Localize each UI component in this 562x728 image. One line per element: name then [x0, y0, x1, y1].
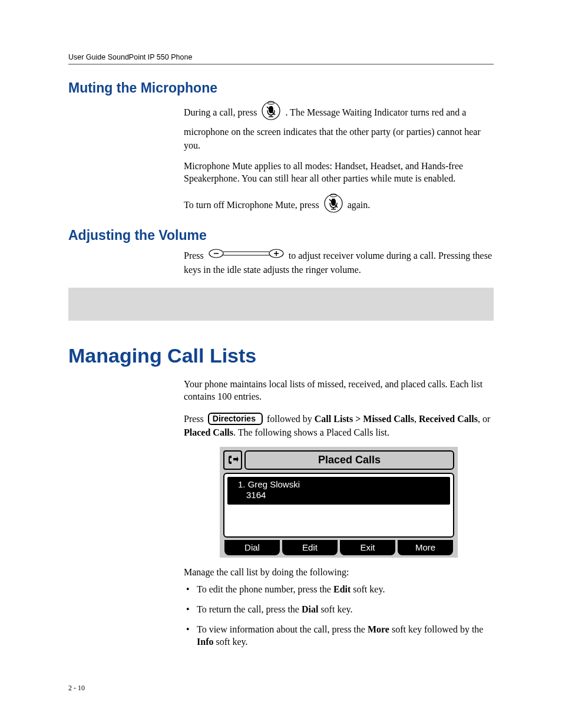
text-chunk: . The following shows a Placed Calls lis… — [233, 427, 389, 437]
phone-screen-title: Placed Calls — [244, 450, 454, 469]
phone-softkey-row: Dial Edit Exit More — [223, 540, 454, 555]
section-heading-volume: Adjusting the Volume — [68, 228, 494, 243]
section-body-muting: During a call, press . The Message Waiti… — [184, 101, 494, 217]
softkey-name-info: Info — [197, 637, 213, 647]
text-chunk: To edit the phone number, press the — [197, 584, 333, 594]
softkey-name-dial: Dial — [302, 604, 318, 614]
call-lists-paragraph-2: Press Directories followed by Call Lists… — [184, 411, 494, 439]
text-chunk: soft key. — [351, 584, 385, 594]
section-body-call-lists: Your phone maintains local lists of miss… — [184, 378, 494, 648]
section-heading-call-lists: Managing Call Lists — [68, 344, 494, 367]
nav-path-missed-calls: Call Lists > Missed Calls — [315, 414, 414, 424]
muting-paragraph-2: Microphone Mute applies to all modes: Ha… — [184, 160, 494, 185]
gray-placeholder-box — [68, 288, 494, 321]
directories-button-icon: Directories — [208, 413, 263, 425]
softkey-more: More — [398, 540, 453, 555]
text-chunk: During a call, press — [184, 107, 259, 117]
text-chunk: Press — [184, 250, 206, 260]
nav-path-received-calls: Received Calls — [419, 414, 478, 424]
running-header: User Guide SoundPoint IP 550 Phone — [68, 53, 494, 64]
phone-list-entry: 1. Greg Slowski 3164 — [227, 477, 450, 505]
section-heading-muting: Muting the Microphone — [68, 80, 494, 96]
text-chunk: To turn off Microphone Mute, press — [184, 200, 322, 210]
phone-screenshot-placed-calls: Placed Calls 1. Greg Slowski 3164 Dial E… — [220, 447, 458, 558]
entry-name: 1. Greg Slowski — [238, 479, 445, 490]
bullet-item-more-info: To view information about the call, pres… — [184, 623, 494, 648]
section-body-volume: Press to adjust receiver volume during a… — [184, 248, 494, 276]
text-chunk: Press — [184, 414, 206, 424]
entry-extension: 3164 — [238, 490, 445, 501]
header-divider — [68, 64, 494, 65]
text-chunk: To return the call, press the — [197, 604, 302, 614]
volume-rocker-icon — [208, 248, 285, 262]
text-chunk: To view information about the call, pres… — [197, 624, 368, 634]
text-chunk: , — [414, 414, 419, 424]
text-chunk: , or — [478, 414, 490, 424]
phone-screen-body: 1. Greg Slowski 3164 — [223, 473, 454, 538]
text-chunk: soft key. — [318, 604, 352, 614]
text-chunk: followed by — [267, 414, 315, 424]
call-lists-paragraph-1: Your phone maintains local lists of miss… — [184, 378, 494, 403]
phone-screen-header: Placed Calls — [223, 450, 454, 469]
page-number: 2 - 10 — [68, 684, 494, 693]
softkey-name-edit: Edit — [333, 584, 351, 594]
mute-button-icon — [323, 193, 343, 217]
muting-paragraph-3: To turn off Microphone Mute, press again… — [184, 193, 494, 217]
softkey-exit: Exit — [340, 540, 395, 555]
call-lists-paragraph-3: Manage the call list by doing the follow… — [184, 566, 494, 579]
bullet-item-edit: To edit the phone number, press the Edit… — [184, 583, 494, 596]
text-chunk: soft key followed by the — [389, 624, 484, 634]
bullet-item-dial: To return the call, press the Dial soft … — [184, 603, 494, 616]
phone-outgoing-icon — [223, 450, 242, 469]
softkey-name-more: More — [368, 624, 389, 634]
softkey-edit: Edit — [282, 540, 338, 555]
text-chunk: soft key. — [213, 637, 247, 647]
document-page: User Guide SoundPoint IP 550 Phone Mutin… — [0, 0, 562, 728]
volume-paragraph-1: Press to adjust receiver volume during a… — [184, 248, 494, 276]
nav-path-placed-calls: Placed Calls — [184, 427, 233, 437]
text-chunk: again. — [348, 200, 371, 210]
muting-paragraph-1: During a call, press . The Message Waiti… — [184, 101, 494, 151]
call-lists-bullets: To edit the phone number, press the Edit… — [184, 583, 494, 648]
mute-button-icon — [261, 101, 281, 124]
softkey-dial: Dial — [224, 540, 280, 555]
